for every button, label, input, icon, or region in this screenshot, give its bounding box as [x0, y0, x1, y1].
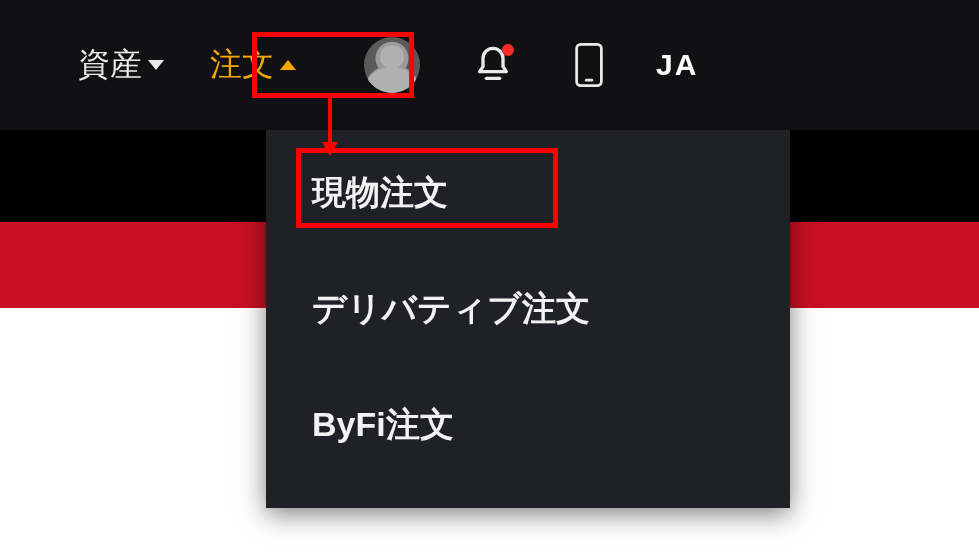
smartphone-icon	[575, 43, 603, 87]
dropdown-item-derivatives[interactable]: デリバティブ注文	[266, 260, 790, 358]
notification-dot-icon	[502, 44, 514, 56]
nav-assets-label: 資産	[78, 43, 142, 87]
page-background-left	[0, 308, 266, 557]
mobile-app-button[interactable]	[554, 30, 624, 100]
page-background-right	[790, 308, 979, 557]
annotation-highlight-spot	[296, 148, 558, 228]
language-selector[interactable]: JA	[642, 38, 712, 92]
caret-down-icon	[148, 60, 164, 70]
top-nav-bar: 資産 注文 JA	[0, 0, 979, 130]
nav-assets[interactable]: 資産	[60, 33, 182, 97]
annotation-highlight-orders	[252, 32, 414, 98]
language-label: JA	[656, 48, 698, 81]
notifications-button[interactable]	[458, 30, 528, 100]
dropdown-item-byfi-label: ByFi注文	[312, 405, 454, 443]
dropdown-item-derivatives-label: デリバティブ注文	[312, 289, 590, 327]
dropdown-item-byfi[interactable]: ByFi注文	[266, 376, 790, 474]
